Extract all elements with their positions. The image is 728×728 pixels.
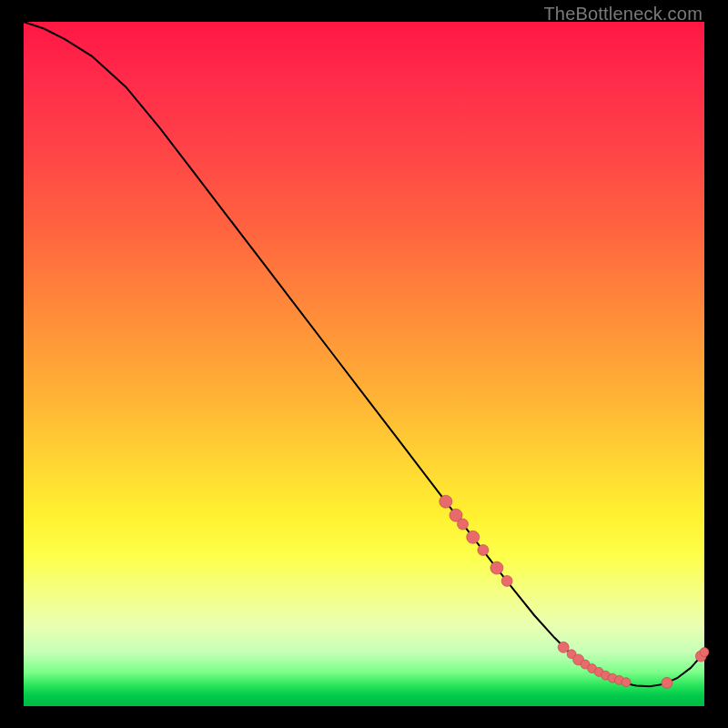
data-marker [440,495,452,508]
data-marker [478,545,489,556]
data-marker [700,648,709,657]
chart-overlay [24,22,704,706]
data-marker [467,531,480,543]
data-marker [622,678,631,687]
data-marker [501,575,512,586]
plot-area [24,22,704,706]
data-marker [662,677,672,688]
data-marker [490,561,503,574]
curve-path [24,22,704,686]
marker-group [440,495,709,688]
chart-stage: TheBottleneck.com [0,0,728,728]
data-marker [558,642,569,652]
data-marker [458,519,469,530]
